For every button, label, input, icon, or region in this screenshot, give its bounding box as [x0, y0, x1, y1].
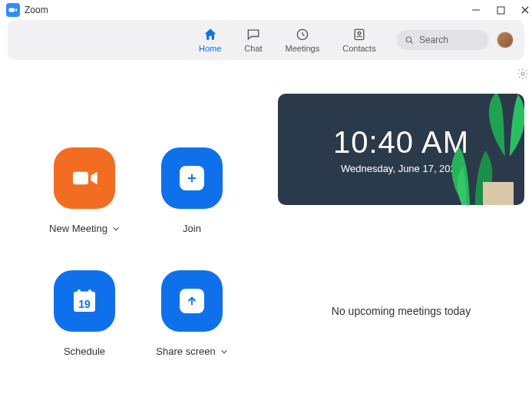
- chevron-down-icon[interactable]: [220, 348, 228, 356]
- plant-pot-icon: [483, 182, 514, 205]
- tab-chat[interactable]: Chat: [244, 27, 262, 53]
- tab-meetings[interactable]: Meetings: [286, 27, 320, 53]
- svg-rect-1: [497, 7, 504, 14]
- actions-panel: New Meeting Join: [8, 94, 278, 397]
- svg-rect-10: [73, 172, 88, 185]
- upcoming-empty: No upcoming meetings today: [278, 205, 524, 397]
- minimize-button[interactable]: [471, 5, 481, 15]
- main-nav: Home Chat Meetings Contacts: [199, 27, 376, 53]
- video-icon: [69, 163, 100, 194]
- clock-card: 10:40 AM Wednesday, June 17, 2020: [278, 94, 524, 205]
- zoom-logo-icon: [6, 3, 20, 17]
- join-button[interactable]: [161, 147, 223, 209]
- tab-contacts-label: Contacts: [342, 44, 375, 53]
- arrow-up-icon: [180, 289, 204, 313]
- tab-home[interactable]: Home: [199, 27, 221, 53]
- action-join: Join: [138, 147, 246, 270]
- svg-point-6: [358, 32, 361, 35]
- action-new-meeting: New Meeting: [31, 147, 138, 270]
- avatar[interactable]: [497, 31, 514, 48]
- toolbar: Home Chat Meetings Contacts Search: [8, 20, 524, 60]
- svg-point-16: [88, 289, 91, 293]
- calendar-icon: 19: [68, 285, 101, 317]
- svg-point-15: [78, 289, 81, 293]
- tab-chat-label: Chat: [244, 44, 262, 53]
- new-meeting-button[interactable]: [54, 147, 115, 209]
- plus-icon: [180, 166, 204, 190]
- svg-point-7: [406, 37, 411, 42]
- chevron-down-icon[interactable]: [112, 225, 120, 233]
- window-controls: [471, 5, 526, 15]
- schedule-label: Schedule: [64, 346, 105, 357]
- share-screen-label: Share screen: [156, 346, 215, 357]
- svg-rect-14: [74, 292, 95, 297]
- close-button[interactable]: [520, 5, 530, 15]
- join-label: Join: [183, 223, 201, 234]
- home-icon: [203, 27, 218, 42]
- search-placeholder: Search: [419, 35, 448, 45]
- svg-point-9: [521, 72, 524, 75]
- maximize-button[interactable]: [495, 5, 506, 15]
- search-input[interactable]: Search: [397, 30, 489, 50]
- titlebar: Zoom: [0, 0, 532, 20]
- search-icon: [405, 35, 415, 45]
- titlebar-left: Zoom: [6, 3, 48, 17]
- tab-home-label: Home: [199, 44, 221, 53]
- svg-text:19: 19: [78, 298, 91, 310]
- action-schedule: 19 Schedule: [31, 270, 138, 393]
- new-meeting-label: New Meeting: [49, 223, 107, 234]
- settings-icon[interactable]: [517, 68, 529, 80]
- tab-contacts[interactable]: Contacts: [342, 27, 375, 53]
- chat-icon: [246, 27, 261, 42]
- svg-line-8: [411, 41, 413, 44]
- app-title: Zoom: [25, 5, 48, 15]
- main-content: New Meeting Join: [0, 94, 532, 397]
- upcoming-empty-text: No upcoming meetings today: [332, 305, 471, 317]
- right-panel: 10:40 AM Wednesday, June 17, 2020 No upc…: [278, 94, 524, 397]
- contacts-icon: [352, 27, 367, 42]
- tab-meetings-label: Meetings: [286, 44, 320, 53]
- clock-icon: [295, 27, 310, 42]
- toolbar-right: Search: [397, 30, 514, 50]
- action-share-screen: Share screen: [138, 270, 246, 393]
- schedule-button[interactable]: 19: [54, 270, 115, 332]
- share-screen-button[interactable]: [161, 270, 223, 332]
